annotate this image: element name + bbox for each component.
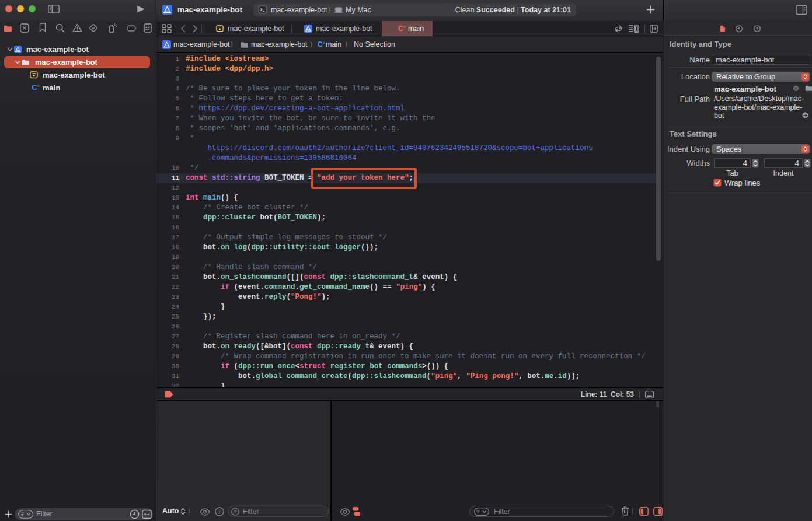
svg-text:i: i — [219, 509, 221, 515]
svg-text:?: ? — [756, 26, 759, 32]
